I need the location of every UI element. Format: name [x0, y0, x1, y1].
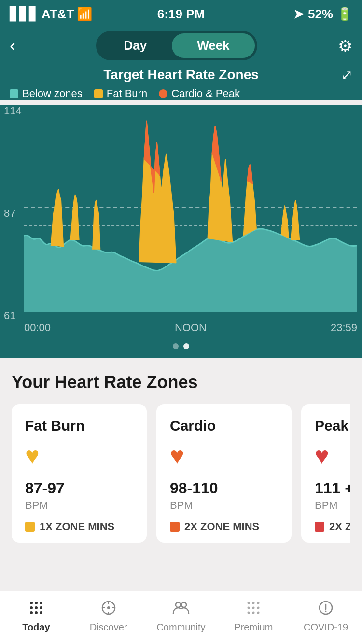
svg-point-5 [35, 606, 38, 609]
fat-burn-mins-dot [25, 522, 35, 532]
legend-fat-burn: Fat Burn [94, 87, 147, 100]
cardio-heart-icon: ♥ [170, 442, 278, 470]
battery-icon: 🔋 [337, 7, 352, 22]
peak-card: Peak ♥ 111 + BPM 2X ZONE MINS [301, 404, 350, 543]
legend-cardio-peak: Cardio & Peak [159, 87, 240, 100]
settings-button[interactable]: ⚙ [338, 36, 352, 56]
cardio-card: Cardio ♥ 98-110 BPM 2X ZONE MINS [156, 404, 292, 543]
y-mid: 87 [4, 207, 22, 220]
bottom-nav: Today Discover Community [0, 591, 362, 644]
discover-label: Discover [90, 622, 127, 633]
today-label: Today [22, 622, 50, 633]
page-dot-2 [183, 343, 189, 349]
fat-burn-bpm-range: 87-97 [25, 479, 133, 497]
y-axis-labels: 114 87 61 [0, 105, 26, 322]
nav-premium[interactable]: Premium [229, 600, 278, 633]
week-toggle[interactable]: Week [172, 33, 254, 58]
cardio-peak-dot [159, 89, 167, 98]
fat-burn-heart-icon: ♥ [25, 442, 133, 470]
peak-card-title: Peak [315, 418, 350, 434]
cardio-zone-mins: 2X ZONE MINS [170, 520, 278, 533]
svg-point-17 [181, 602, 186, 607]
peak-bpm-label: BPM [315, 499, 350, 512]
zones-title: Your Heart Rate Zones [12, 372, 350, 392]
fat-burn-zone-mins: 1X ZONE MINS [25, 520, 133, 533]
cardio-bpm-label: BPM [170, 499, 278, 512]
location-icon: ➤ [293, 7, 304, 22]
nav-discover[interactable]: Discover [84, 600, 133, 633]
svg-point-21 [248, 606, 250, 609]
svg-point-4 [30, 606, 33, 609]
page-dot-1 [173, 343, 179, 349]
svg-point-25 [252, 611, 255, 614]
zones-cards-container: Fat Burn ♥ 87-97 BPM 1X ZONE MINS Cardio… [12, 404, 350, 547]
fat-burn-dot [94, 89, 103, 98]
svg-point-2 [35, 602, 38, 604]
battery-label: 52% [308, 7, 333, 22]
community-label: Community [156, 622, 205, 633]
svg-point-16 [176, 602, 181, 607]
fat-burn-bpm-label: BPM [25, 499, 133, 512]
nav-row: ‹ Day Week ⚙ [10, 31, 352, 60]
peak-mins-label: 2X ZONE MINS [329, 520, 350, 533]
x-axis-labels: 00:00 NOON 23:59 [24, 322, 357, 334]
svg-point-20 [257, 602, 260, 604]
day-week-toggle[interactable]: Day Week [96, 31, 257, 60]
covid-label: COVID-19 [304, 622, 348, 633]
carrier-label: AT&T [42, 7, 74, 22]
legend-row: Below zones Fat Burn Cardio & Peak [10, 87, 352, 100]
premium-label: Premium [234, 622, 273, 633]
cardio-bpm-range: 98-110 [170, 479, 278, 497]
cardio-mins-dot [170, 522, 180, 532]
x-end: 23:59 [331, 322, 357, 334]
x-start: 00:00 [24, 322, 51, 334]
nav-today[interactable]: Today [12, 600, 60, 633]
expand-button[interactable]: ⤢ [341, 67, 352, 83]
svg-point-18 [248, 602, 250, 604]
fat-burn-card-title: Fat Burn [25, 418, 133, 434]
page-dots [0, 336, 362, 358]
nav-community[interactable]: Community [156, 600, 205, 633]
svg-point-19 [252, 602, 255, 604]
day-toggle[interactable]: Day [98, 33, 172, 58]
covid-icon [318, 600, 334, 619]
status-right: ➤ 52% 🔋 [293, 7, 352, 22]
below-zones-dot [10, 89, 18, 98]
cardio-card-title: Cardio [170, 418, 278, 434]
peak-zone-mins: 2X ZONE MINS [315, 520, 350, 533]
today-icon [28, 600, 44, 619]
svg-point-22 [252, 606, 255, 609]
cardio-peak-label: Cardio & Peak [171, 87, 240, 100]
status-bar: ▋▋▋ AT&T 📶 6:19 PM ➤ 52% 🔋 [0, 0, 362, 26]
svg-point-23 [257, 606, 260, 609]
community-icon [172, 600, 190, 619]
svg-point-24 [248, 611, 250, 614]
svg-point-11 [107, 606, 110, 609]
x-mid: NOON [175, 322, 207, 334]
heart-rate-chart [24, 105, 357, 312]
fat-burn-card: Fat Burn ♥ 87-97 BPM 1X ZONE MINS [12, 404, 147, 543]
fat-burn-mins-label: 1X ZONE MINS [40, 520, 114, 533]
below-zones-label: Below zones [22, 87, 83, 100]
svg-point-8 [35, 611, 38, 614]
cardio-mins-label: 2X ZONE MINS [184, 520, 259, 533]
svg-point-7 [30, 611, 33, 614]
y-max: 114 [4, 105, 22, 117]
svg-point-1 [30, 602, 33, 604]
peak-bpm-range: 111 + [315, 479, 350, 497]
svg-point-29 [325, 610, 327, 612]
signal-icon: ▋▋▋ [10, 7, 39, 22]
header: ‹ Day Week ⚙ Target Heart Rate Zones ⤢ B… [0, 26, 362, 100]
chart-title: Target Heart Rate Zones [103, 67, 259, 83]
status-left: ▋▋▋ AT&T 📶 [10, 7, 92, 22]
zones-section: Your Heart Rate Zones Fat Burn ♥ 87-97 B… [0, 358, 362, 557]
svg-point-6 [40, 606, 42, 609]
back-button[interactable]: ‹ [10, 37, 15, 55]
svg-point-9 [40, 611, 42, 614]
svg-point-26 [257, 611, 260, 614]
premium-icon [246, 600, 261, 619]
nav-covid[interactable]: COVID-19 [302, 600, 350, 633]
wifi-icon: 📶 [77, 7, 92, 22]
clock: 6:19 PM [157, 7, 205, 22]
peak-mins-dot [315, 522, 324, 532]
